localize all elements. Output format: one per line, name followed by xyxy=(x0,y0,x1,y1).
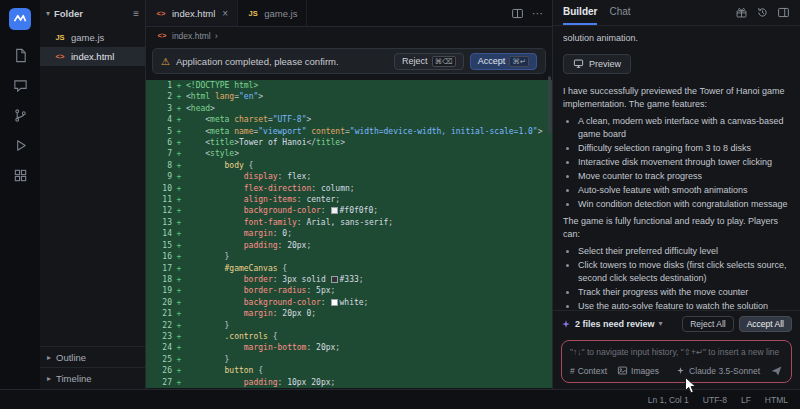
editor-scrollbar[interactable] xyxy=(548,76,551,134)
status-item[interactable]: Ln 1, Col 1 xyxy=(648,395,689,405)
code-token: ; xyxy=(359,275,364,284)
accept-button[interactable]: Accept ⌘↵ xyxy=(470,53,537,70)
message-paragraph: I have successfully previewed the Tower … xyxy=(563,85,790,110)
code-line: 24+ margin-bottom: 20px; xyxy=(146,342,552,353)
file-tree: JSgame.js<>index.html xyxy=(40,26,145,346)
code-token: button xyxy=(225,366,254,375)
context-button[interactable]: # Context xyxy=(570,366,607,376)
code-token: padding xyxy=(244,378,278,387)
tab-label: index.html xyxy=(172,8,215,19)
code-token: > xyxy=(258,92,263,101)
line-number: 21 xyxy=(146,308,172,319)
extensions-icon[interactable] xyxy=(6,162,34,188)
diff-added-sign: + xyxy=(172,137,186,148)
run-icon[interactable] xyxy=(6,132,34,158)
send-icon[interactable] xyxy=(770,364,783,377)
status-item[interactable]: LF xyxy=(741,395,751,405)
close-icon[interactable]: × xyxy=(222,8,228,19)
history-icon[interactable] xyxy=(756,6,769,19)
assistant-messages: solution animation. Preview I have succe… xyxy=(553,26,800,310)
code-token: column xyxy=(321,184,350,193)
app-logo[interactable] xyxy=(9,8,31,30)
line-number: 6 xyxy=(146,137,172,148)
code-line: 16+ } xyxy=(146,251,552,262)
code-token: flex xyxy=(287,172,306,181)
diff-added-sign: + xyxy=(172,103,186,114)
code-text: align-items: center; xyxy=(186,194,552,205)
code-token: : xyxy=(273,275,283,284)
code-token: margin-bottom xyxy=(244,343,307,352)
accept-all-button[interactable]: Accept All xyxy=(739,316,792,332)
breadcrumb[interactable]: <> index.html › xyxy=(146,27,552,44)
tabbar-actions: ⋯ xyxy=(502,0,552,26)
line-number: 13 xyxy=(146,217,172,228)
diff-added-sign: + xyxy=(172,160,186,171)
tab-chat[interactable]: Chat xyxy=(609,0,630,25)
code-token: < xyxy=(186,149,210,158)
section-label: Outline xyxy=(56,352,86,363)
status-item[interactable]: UTF-8 xyxy=(703,395,727,405)
editor-group: <>index.html×JSgame.js ⋯ <> index.html ›… xyxy=(146,0,552,389)
code-line: 21+ margin: 20px 0; xyxy=(146,308,552,319)
warning-icon: ⚠ xyxy=(161,56,170,67)
chat-input[interactable] xyxy=(570,347,783,357)
code-token: title xyxy=(210,138,234,147)
chevron-down-icon[interactable]: ▾ xyxy=(659,319,663,328)
sidebar-section-outline[interactable]: ▸Outline xyxy=(40,347,145,368)
code-line: 5+ <meta name="viewport" content="width=… xyxy=(146,126,552,137)
code-token: : xyxy=(306,286,316,295)
sidebar-section-timeline[interactable]: ▸Timeline xyxy=(40,368,145,389)
editor-tab-index.html[interactable]: <>index.html× xyxy=(146,0,238,26)
main-area: ▾ Folder ≡ JSgame.js<>index.html ▸Outlin… xyxy=(0,0,800,389)
more-actions-icon[interactable]: ⋯ xyxy=(532,7,543,20)
line-number: 18 xyxy=(146,274,172,285)
review-count: 2 files need review xyxy=(575,319,655,329)
diff-added-sign: + xyxy=(172,285,186,296)
file-item-game.js[interactable]: JSgame.js xyxy=(40,28,145,47)
gift-icon[interactable] xyxy=(735,6,748,19)
code-token: <!DOCTYPE html> xyxy=(186,81,258,90)
accept-label: Accept xyxy=(478,56,506,66)
message-paragraph: The game is fully functional and ready t… xyxy=(563,215,790,240)
file-item-index.html[interactable]: <>index.html xyxy=(40,47,145,66)
chevron-right-icon: › xyxy=(215,31,218,41)
code-line: 4+ <meta charset="UTF-8"> xyxy=(146,114,552,125)
reject-shortcut: ⌘⌫ xyxy=(432,56,456,67)
model-selector[interactable]: Claude 3.5-Sonnet xyxy=(676,366,760,376)
code-editor[interactable]: 1+<!DOCTYPE html>2+<html lang="en">3+<he… xyxy=(146,80,552,389)
sidebar-sections: ▸Outline▸Timeline xyxy=(40,346,145,389)
files-icon[interactable] xyxy=(6,42,34,68)
list-item: A clean, modern web interface with a can… xyxy=(578,115,790,140)
line-number: 7 xyxy=(146,148,172,159)
color-swatch xyxy=(331,299,338,306)
code-token: ; xyxy=(311,309,316,318)
code-token: : xyxy=(321,298,331,307)
sidebar-menu-icon[interactable]: ≡ xyxy=(133,8,139,19)
reject-all-button[interactable]: Reject All xyxy=(682,316,733,332)
line-number: 4 xyxy=(146,114,172,125)
source-control-icon[interactable] xyxy=(6,102,34,128)
code-token: > xyxy=(538,127,543,136)
split-editor-icon[interactable] xyxy=(511,7,524,20)
code-text: background-color: #f0f0f0; xyxy=(186,205,552,216)
code-token xyxy=(186,298,244,307)
images-button[interactable]: Images xyxy=(617,365,659,376)
code-token: .controls xyxy=(225,332,268,341)
chat-icon[interactable] xyxy=(6,72,34,98)
line-number: 3 xyxy=(146,103,172,114)
code-token: display xyxy=(244,172,278,181)
reject-button[interactable]: Reject ⌘⌫ xyxy=(394,53,464,70)
line-number: 12 xyxy=(146,205,172,216)
code-token: head xyxy=(191,104,210,113)
code-token: < xyxy=(186,138,210,147)
code-line: 8+ body { xyxy=(146,160,552,171)
layout-icon[interactable] xyxy=(777,6,790,19)
diff-added-sign: + xyxy=(172,217,186,228)
preview-button[interactable]: Preview xyxy=(563,54,631,75)
editor-tab-game.js[interactable]: JSgame.js xyxy=(238,0,307,26)
confirm-notification: ⚠ Application completed, please confirm.… xyxy=(152,48,546,74)
sidebar-header[interactable]: ▾ Folder ≡ xyxy=(40,0,145,26)
tab-builder[interactable]: Builder xyxy=(563,0,597,25)
status-item[interactable]: HTML xyxy=(765,395,788,405)
code-token: : xyxy=(311,184,321,193)
